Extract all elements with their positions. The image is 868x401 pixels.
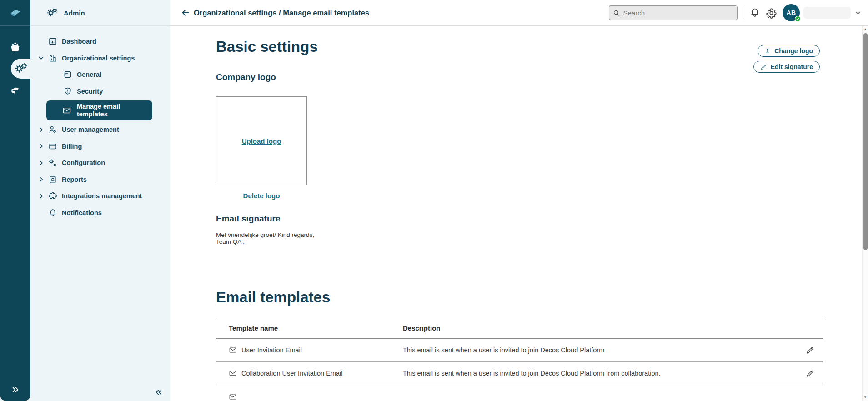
search-box[interactable] <box>609 5 738 20</box>
sidebar-item-configuration[interactable]: Configuration <box>30 155 170 171</box>
sidebar-item-label: Integrations management <box>62 192 142 200</box>
username-redacted <box>803 7 851 19</box>
mail-icon <box>229 346 237 354</box>
sidebar-nav: Dashboard Organizational settings Genera… <box>30 26 170 221</box>
expand-rail-button[interactable] <box>0 386 30 394</box>
settings-gear-icon[interactable] <box>765 7 777 19</box>
user-profile[interactable]: AB <box>783 4 800 21</box>
sidebar-item-reports[interactable]: Reports <box>30 171 170 188</box>
profile-chevron-down-icon[interactable] <box>854 9 862 16</box>
sidebar-item-label: Billing <box>62 143 82 150</box>
credit-card-icon <box>48 142 57 151</box>
upload-logo-link[interactable]: Upload logo <box>242 137 281 145</box>
user-gear-icon <box>48 125 57 134</box>
sidebar-header: Admin <box>30 0 170 26</box>
scroll-down-arrow-icon[interactable]: ▼ <box>863 395 868 400</box>
sidebar-item-label: Organizational settings <box>62 55 135 62</box>
card-icon <box>63 70 72 79</box>
change-logo-button[interactable]: Change logo <box>758 45 820 57</box>
report-icon <box>48 175 57 184</box>
change-logo-label: Change logo <box>774 47 813 55</box>
email-templates-table: Template name Description User Invitatio… <box>216 317 823 401</box>
scroll-up-arrow-icon[interactable]: ▲ <box>863 27 868 32</box>
sidebar-item-dashboard[interactable]: Dashboard <box>30 33 170 50</box>
breadcrumb: Organizational settings / Manage email t… <box>194 9 369 17</box>
search-input[interactable] <box>623 9 733 17</box>
sidebar-item-label: Manage email templates <box>77 103 145 118</box>
chevron-right-icon[interactable] <box>37 159 45 167</box>
sidebar-item-label: Reports <box>62 176 87 183</box>
admin-gears-icon <box>15 63 27 75</box>
sidebar-item-label: User management <box>62 126 119 133</box>
vertical-scrollbar[interactable]: ▲ ▼ <box>862 26 868 401</box>
chevron-slot <box>37 37 45 45</box>
column-header-description: Description <box>403 324 798 332</box>
mail-icon <box>62 106 71 115</box>
search-icon <box>613 9 620 17</box>
sidebar-item-label: General <box>77 71 101 78</box>
content-region: Organizational settings / Manage email t… <box>170 0 868 401</box>
template-name: User Invitation Email <box>241 346 302 354</box>
page-actions: Change logo Edit signature <box>753 45 820 73</box>
product-logo-icon[interactable] <box>0 5 30 19</box>
chevron-right-icon[interactable] <box>37 125 45 134</box>
column-header-template-name: Template name <box>229 324 403 332</box>
sidebar-item-manage-email-templates[interactable]: Manage email templates <box>46 100 152 120</box>
edit-template-pencil-icon[interactable] <box>806 346 815 355</box>
sidebar-item-user-management[interactable]: User management <box>30 121 170 138</box>
gear-sliders-icon <box>48 158 57 167</box>
email-templates-heading: Email templates <box>216 288 330 306</box>
signature-line-1: Met vriendelijke groet/ Kind regards, <box>216 231 314 238</box>
sidebar-item-billing[interactable]: Billing <box>30 138 170 155</box>
table-header: Template name Description <box>216 317 823 339</box>
chevron-right-icon[interactable] <box>37 175 45 184</box>
company-logo-heading: Company logo <box>216 72 276 83</box>
rail-divider <box>0 25 30 26</box>
sidebar-item-integrations-management[interactable]: Integrations management <box>30 188 170 205</box>
email-signature-text: Met vriendelijke groet/ Kind regards, Te… <box>216 231 314 245</box>
page-title: Basic settings <box>216 38 318 56</box>
admin-rail-item-selected[interactable] <box>11 59 30 79</box>
signature-line-2: Team QA , <box>216 238 314 245</box>
admin-gears-icon <box>47 8 57 18</box>
workspaces-icon[interactable] <box>0 41 30 54</box>
delete-logo-link[interactable]: Delete logo <box>243 192 280 200</box>
edit-signature-button[interactable]: Edit signature <box>753 61 820 73</box>
bell-icon <box>48 208 57 217</box>
chevron-right-icon[interactable] <box>37 192 45 200</box>
collapse-sidebar-button[interactable] <box>154 388 164 396</box>
main-content: Basic settings Change logo Edit signatur… <box>170 26 868 401</box>
scrollbar-thumb[interactable] <box>863 33 868 250</box>
sidebar-item-notifications[interactable]: Notifications <box>30 205 170 221</box>
pencil-icon <box>760 64 767 70</box>
edit-template-pencil-icon[interactable] <box>806 369 815 378</box>
table-row-partial[interactable] <box>216 385 823 401</box>
template-description: This email is sent when a user is invite… <box>403 346 798 354</box>
sidebar-title: Admin <box>64 9 85 17</box>
puzzle-icon <box>48 191 57 200</box>
chevron-down-icon[interactable] <box>37 54 45 62</box>
topbar-divider <box>743 7 743 19</box>
sidebar: Admin Dashboard Organizational settings <box>30 0 170 401</box>
status-check-badge <box>795 16 801 22</box>
mail-icon <box>229 393 237 401</box>
back-button[interactable] <box>180 7 191 18</box>
chevron-right-icon[interactable] <box>37 142 45 150</box>
table-row[interactable]: User Invitation Email This email is sent… <box>216 339 823 362</box>
mail-icon <box>229 369 237 377</box>
notifications-bell-icon[interactable] <box>749 7 761 19</box>
left-navigation-region: Admin Dashboard Organizational settings <box>0 0 170 401</box>
sidebar-item-security[interactable]: Security <box>30 83 170 100</box>
edit-signature-label: Edit signature <box>771 63 813 70</box>
building-icon <box>48 54 57 63</box>
sidebar-item-label: Security <box>77 88 103 95</box>
sidebar-item-label: Configuration <box>62 159 105 166</box>
email-signature-heading: Email signature <box>216 213 281 224</box>
documents-icon[interactable] <box>0 85 30 96</box>
topbar: Organizational settings / Manage email t… <box>170 0 868 26</box>
sidebar-item-label: Dashboard <box>62 38 96 45</box>
table-row[interactable]: Collaboration User Invitation Email This… <box>216 362 823 385</box>
company-logo-dropzone[interactable]: Upload logo <box>216 96 307 185</box>
sidebar-item-general[interactable]: General <box>30 66 170 83</box>
sidebar-item-organizational-settings[interactable]: Organizational settings <box>30 50 170 67</box>
